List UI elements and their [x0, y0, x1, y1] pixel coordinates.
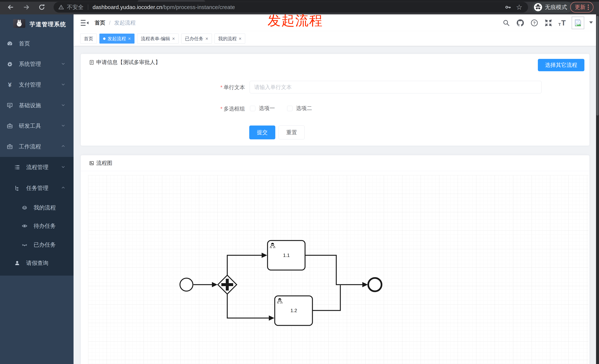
- incognito-badge: 无痕模式: [532, 1, 572, 13]
- sidebar-item-infrastructure[interactable]: 基础设施: [0, 98, 73, 113]
- sidebar-item-process-management[interactable]: 流程管理: [0, 160, 73, 175]
- bpmn-user-task-1-1: 1.1: [268, 240, 305, 270]
- active-tab-dot: [103, 37, 106, 40]
- chevron-down-icon: [61, 61, 65, 67]
- sidebar-logo[interactable]: 芋道管理系统: [0, 14, 73, 32]
- chevron-down-icon: [61, 164, 65, 170]
- sidebar-item-task-management[interactable]: 任务管理: [0, 181, 73, 195]
- reset-button[interactable]: 重置: [279, 126, 305, 139]
- user-avatar[interactable]: [572, 17, 584, 29]
- sidebar-item-dev-tools[interactable]: 研发工具: [0, 119, 73, 133]
- eye-closed-icon: [21, 242, 28, 248]
- font-size-icon[interactable]: TT: [558, 19, 566, 26]
- browser-back-button[interactable]: [6, 3, 15, 12]
- password-key-icon[interactable]: [504, 3, 512, 11]
- monitor-icon: [7, 102, 13, 109]
- flow-task2-to-end: [312, 285, 340, 311]
- github-icon[interactable]: [516, 19, 524, 27]
- browser-menu-dots-icon[interactable]: [588, 5, 589, 10]
- browser-active-tab-top[interactable]: [138, 0, 205, 2]
- help-icon[interactable]: ?: [530, 19, 538, 27]
- list-icon: [14, 164, 20, 170]
- sidebar-item-payment[interactable]: ¥ 支付管理: [0, 77, 73, 92]
- update-label: 更新: [575, 3, 586, 11]
- navbar-actions: ? TT: [502, 14, 593, 31]
- sidebar-item-leave-query[interactable]: 请假查询: [0, 256, 73, 271]
- url-path: /bpm/process-instance/create: [162, 4, 235, 10]
- eye-open-icon: [21, 223, 28, 229]
- bpmn-parallel-gateway: [218, 275, 237, 294]
- sidebar-item-my-processes[interactable]: 我的流程: [0, 200, 73, 215]
- sidebar-item-todo-tasks[interactable]: 待办任务: [0, 219, 73, 233]
- incognito-icon: [534, 3, 542, 11]
- tab-process-form-edit[interactable]: 流程表单-编辑 ×: [137, 34, 179, 43]
- tab-close-icon[interactable]: ×: [239, 36, 241, 41]
- window-scrollbar[interactable]: [596, 14, 599, 364]
- choose-other-process-button[interactable]: 选择其它流程: [538, 59, 584, 71]
- sidebar-item-done-tasks[interactable]: 已办任务: [0, 237, 73, 252]
- tab-start-process[interactable]: 发起流程 ×: [99, 34, 134, 43]
- chevron-up-icon: [61, 185, 65, 191]
- svg-text:?: ?: [533, 21, 536, 25]
- toolbox-icon: [7, 123, 13, 129]
- single-line-text-input[interactable]: [250, 81, 542, 93]
- flow-task1-to-end: [305, 255, 363, 285]
- url-domain: dashboard.yudao.iocoder.cn: [93, 4, 162, 10]
- warning-icon: [58, 4, 64, 10]
- back-icon: [7, 4, 14, 11]
- top-navbar: 首页 / 发起流程 ?: [73, 14, 596, 31]
- apply-info-card: 申请信息【测试多审批人】 选择其它流程 *单行文本 *多选框组 选项一 选项: [80, 54, 590, 146]
- broken-image-icon: [574, 19, 582, 27]
- window-scrollbar-thumb[interactable]: [596, 16, 599, 116]
- checkbox-icon[interactable]: [287, 106, 292, 111]
- page-content: 申请信息【测试多审批人】 选择其它流程 *单行文本 *多选框组 选项一 选项: [73, 46, 596, 364]
- sidebar-item-label: 待办任务: [34, 222, 56, 230]
- tab-close-icon[interactable]: ×: [128, 36, 131, 41]
- tab-home[interactable]: 首页: [80, 34, 97, 43]
- apply-info-title: 申请信息【测试多审批人】: [96, 59, 160, 66]
- reload-icon: [38, 4, 45, 11]
- browser-forward-button[interactable]: [22, 3, 31, 12]
- breadcrumb-current: 发起流程: [114, 19, 136, 26]
- chevron-down-icon: [61, 102, 65, 109]
- breadcrumb-home[interactable]: 首页: [95, 19, 105, 26]
- tab-close-icon[interactable]: ×: [172, 36, 175, 41]
- required-mark: *: [220, 106, 222, 112]
- app-title: 芋道管理系统: [30, 20, 66, 28]
- sidebar-item-label: 任务管理: [26, 184, 48, 192]
- sidebar-item-label: 基础设施: [19, 102, 41, 109]
- bpmn-diagram: 1.1 1.2: [81, 171, 589, 364]
- browser-reload-button[interactable]: [37, 3, 46, 12]
- avatar-caret-icon[interactable]: [589, 21, 593, 25]
- sidebar-item-system[interactable]: 系统管理: [0, 57, 73, 71]
- suitcase-icon: [7, 144, 13, 150]
- address-bar[interactable]: 不安全 dashboard.yudao.iocoder.cn/bpm/proce…: [53, 2, 528, 13]
- logo-avatar: [13, 19, 25, 28]
- checkbox-icon[interactable]: [250, 106, 255, 111]
- sidebar-collapse-button[interactable]: [80, 19, 89, 26]
- sidebar-item-workflow[interactable]: 工作流程: [0, 139, 73, 154]
- sidebar-item-label: 支付管理: [19, 81, 41, 89]
- flow-gateway-to-task2: [227, 294, 269, 318]
- sidebar-item-home[interactable]: 首页: [0, 36, 73, 51]
- browser-update-button[interactable]: 更新: [570, 2, 593, 13]
- tab-close-icon[interactable]: ×: [205, 36, 208, 41]
- fullscreen-icon[interactable]: [544, 19, 552, 27]
- flow-diagram-card: 流程图: [80, 155, 590, 364]
- chevron-down-icon: [61, 123, 65, 129]
- tab-done-tasks[interactable]: 已办任务 ×: [181, 34, 212, 43]
- incognito-label: 无痕模式: [545, 3, 567, 11]
- checkbox-option-1[interactable]: 选项一: [250, 105, 275, 112]
- security-label[interactable]: 不安全: [67, 3, 84, 11]
- search-icon[interactable]: [502, 19, 510, 27]
- url-text[interactable]: dashboard.yudao.iocoder.cn/bpm/process-i…: [93, 4, 235, 10]
- sidebar-item-label: 工作流程: [19, 143, 41, 151]
- tab-my-processes[interactable]: 我的流程 ×: [214, 34, 245, 43]
- bpmn-canvas[interactable]: 1.1 1.2: [81, 171, 589, 364]
- bookmark-star-icon[interactable]: ☆: [515, 3, 523, 11]
- flow-diagram-header: 流程图: [81, 155, 589, 171]
- submit-button[interactable]: 提交: [249, 126, 275, 139]
- required-mark: *: [220, 84, 222, 90]
- checkbox-option-2[interactable]: 选项二: [287, 105, 312, 112]
- flow-gateway-to-task1: [227, 255, 262, 275]
